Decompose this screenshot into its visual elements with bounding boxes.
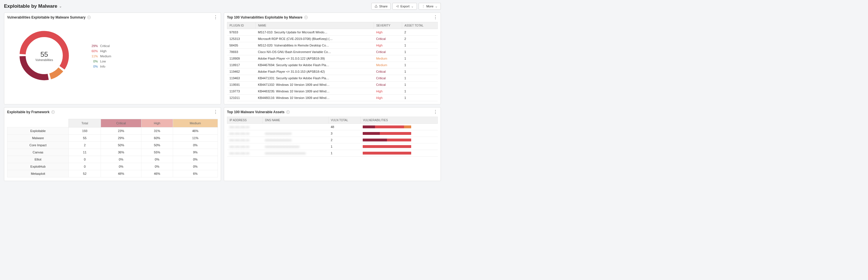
- cell-high: 31%: [141, 127, 173, 134]
- cell-high: 55%: [141, 149, 173, 156]
- cell-vuln-bar: [361, 137, 437, 144]
- table-row[interactable]: Exploitable19323%31%46%: [7, 127, 218, 134]
- cell-name: KB4471331: Security update for Adobe Fla…: [255, 75, 374, 82]
- table-row[interactable]: xxx.xxx.xxx.xxxxxxxxxxxxxxxxxxxxxxxxxxxx…: [227, 150, 438, 157]
- table-row[interactable]: ExploitHub00%0%0%: [7, 163, 218, 170]
- assets-table: IP ADDRESSDNS NAMEVULN TOTALVULNERABILIT…: [227, 117, 438, 157]
- share-button[interactable]: Share: [371, 3, 391, 10]
- assets-col[interactable]: VULN TOTAL: [329, 117, 361, 124]
- vuln-col[interactable]: PLUGIN ID: [227, 22, 256, 29]
- panel-menu-button[interactable]: ⋮: [213, 15, 218, 20]
- table-row[interactable]: 78693Cisco NX-OS GNU Bash Environment Va…: [227, 49, 438, 55]
- export-icon: [396, 5, 399, 8]
- cell-asset-total: 1: [402, 49, 438, 55]
- chevron-down-icon: ⌄: [435, 4, 438, 8]
- table-row[interactable]: xxx.xxx.xxx.xxxxxxxxxxxxxxxxxxxxxxxx1: [227, 144, 438, 150]
- cell-label: Exploitable: [7, 127, 69, 134]
- donut-legend: 29%Critical60%High11%Medium0%Low0%Info: [90, 44, 111, 68]
- col-total: Total: [69, 119, 101, 127]
- panel-summary: Vulnerabilities Exploitable by Malware S…: [4, 12, 221, 104]
- assets-col[interactable]: DNS NAME: [262, 117, 329, 124]
- panel-top100-vulns: Top 100 Vulnerabilities Exploitable by M…: [224, 12, 441, 104]
- cell-med: 46%: [173, 127, 218, 134]
- legend-pct: 29%: [90, 44, 98, 48]
- table-row[interactable]: Canvas1136%55%9%: [7, 149, 218, 156]
- vuln-bar: [363, 152, 411, 155]
- header-actions: Share Export ⌄ ⋮ More ⌄: [371, 3, 441, 10]
- table-row[interactable]: Malware5529%60%11%: [7, 134, 218, 142]
- col-high: High: [141, 119, 173, 127]
- legend-label: High: [100, 49, 106, 53]
- share-label: Share: [379, 5, 388, 8]
- info-icon[interactable]: i: [51, 110, 55, 114]
- table-row[interactable]: 119462Adobe Flash Player <= 31.0.0.153 (…: [227, 68, 438, 75]
- cell-plugin-id: 78693: [227, 49, 256, 55]
- table-row[interactable]: 121011KB4480116: Windows 10 Version 1809…: [227, 95, 438, 101]
- assets-col[interactable]: VULNERABILITIES: [361, 117, 437, 124]
- more-label: More: [426, 5, 433, 8]
- more-button[interactable]: ⋮ More ⌄: [418, 3, 441, 10]
- table-row[interactable]: Core Impact250%50%0%: [7, 142, 218, 149]
- legend-item[interactable]: 0%Low: [90, 60, 111, 63]
- table-row[interactable]: 119773KB4483235: Windows 10 Version 1809…: [227, 88, 438, 95]
- chevron-down-icon: ⌄: [411, 4, 414, 8]
- cell-label: Core Impact: [7, 142, 69, 149]
- cell-name: Adobe Flash Player <= 31.0.0.122 (APSB18…: [255, 55, 374, 62]
- panel-menu-button[interactable]: ⋮: [433, 110, 438, 114]
- legend-item[interactable]: 29%Critical: [90, 44, 111, 48]
- table-row[interactable]: 125313Microsoft RDP RCE (CVE-2019-0708) …: [227, 36, 438, 42]
- vuln-col[interactable]: NAME: [255, 22, 374, 29]
- cell-name: KB4471332: Windows 10 Version 1809 and W…: [255, 82, 374, 88]
- table-row[interactable]: 119591KB4471332: Windows 10 Version 1809…: [227, 82, 438, 88]
- table-row[interactable]: Metasploit5248%46%6%: [7, 170, 218, 177]
- panel-assets-title: Top 100 Malware Vulnerable Assets: [227, 110, 285, 114]
- cell-severity: Medium: [374, 55, 402, 62]
- cell-crit: 36%: [101, 149, 142, 156]
- cell-high: 50%: [141, 142, 173, 149]
- table-row[interactable]: 118917KB4467694: Security update for Ado…: [227, 62, 438, 68]
- legend-item[interactable]: 11%Medium: [90, 55, 111, 58]
- export-button[interactable]: Export ⌄: [392, 3, 417, 10]
- cell-med: 0%: [173, 156, 218, 163]
- cell-plugin-id: 118909: [227, 55, 256, 62]
- cell-plugin-id: 97833: [227, 29, 256, 36]
- page-title[interactable]: Exploitable by Malware ⌄: [4, 3, 62, 9]
- table-row[interactable]: Elliot00%0%0%: [7, 156, 218, 163]
- table-row[interactable]: 119463KB4471331: Security update for Ado…: [227, 75, 438, 82]
- kebab-icon: ⋮: [422, 5, 425, 8]
- legend-item[interactable]: 0%Info: [90, 65, 111, 68]
- vuln-col[interactable]: SEVERITY: [374, 22, 402, 29]
- table-row[interactable]: 118909Adobe Flash Player <= 31.0.0.122 (…: [227, 55, 438, 62]
- cell-asset-total: 1: [402, 75, 438, 82]
- table-row[interactable]: xxx.xxx.xxx.xx48: [227, 124, 438, 130]
- legend-item[interactable]: 60%High: [90, 49, 111, 53]
- cell-high: 0%: [141, 163, 173, 170]
- cell-severity: Critical: [374, 75, 402, 82]
- cell-ip: xxx.xxx.xxx.xx: [227, 137, 262, 144]
- panel-menu-button[interactable]: ⋮: [213, 110, 218, 114]
- info-icon[interactable]: i: [286, 110, 290, 114]
- cell-ip: xxx.xxx.xxx.xx: [227, 124, 262, 130]
- cell-plugin-id: 119591: [227, 82, 256, 88]
- cell-name: KB4467694: Security update for Adobe Fla…: [255, 62, 374, 68]
- cell-asset-total: 1: [402, 68, 438, 75]
- cell-plugin-id: 121011: [227, 95, 256, 101]
- assets-col[interactable]: IP ADDRESS: [227, 117, 262, 124]
- info-icon[interactable]: i: [304, 16, 308, 19]
- table-row[interactable]: xxx.xxx.xxx.xxxxxxxxxxxxxxxxxxx3: [227, 130, 438, 137]
- cell-asset-total: 1: [402, 55, 438, 62]
- cell-name: KB4483235: Windows 10 Version 1809 and W…: [255, 88, 374, 95]
- panel-menu-button[interactable]: ⋮: [433, 15, 438, 20]
- cell-asset-total: 1: [402, 62, 438, 68]
- cell-vuln-total: 2: [329, 137, 361, 144]
- cell-asset-total: 1: [402, 82, 438, 88]
- vuln-col[interactable]: ASSET TOTAL: [402, 22, 438, 29]
- table-row[interactable]: xxx.xxx.xxx.xxxxxxxxxxxxxxxxxxx2: [227, 137, 438, 144]
- cell-name: MS17-010: Security Update for Microsoft …: [255, 29, 374, 36]
- info-icon[interactable]: i: [87, 16, 91, 19]
- cell-plugin-id: 125313: [227, 36, 256, 42]
- cell-label: Metasploit: [7, 170, 69, 177]
- table-row[interactable]: 97833MS17-010: Security Update for Micro…: [227, 29, 438, 36]
- cell-total: 52: [69, 170, 101, 177]
- table-row[interactable]: 58435MS12-020: Vulnerabilities in Remote…: [227, 42, 438, 49]
